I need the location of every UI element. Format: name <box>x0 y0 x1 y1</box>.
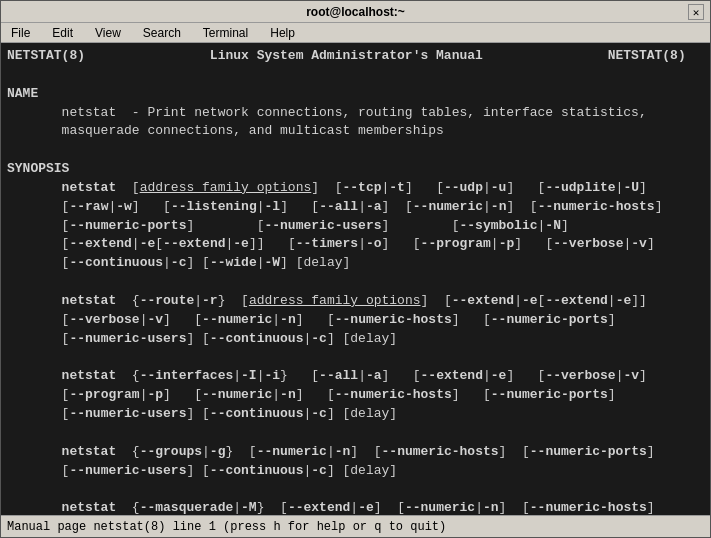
menu-edit[interactable]: Edit <box>46 25 79 41</box>
terminal-body[interactable]: NETSTAT(8) Linux System Administrator's … <box>1 43 710 515</box>
window-title: root@localhost:~ <box>306 5 405 19</box>
status-text: Manual page netstat(8) line 1 (press h f… <box>7 520 446 534</box>
title-bar: root@localhost:~ ✕ <box>1 1 710 23</box>
close-button[interactable]: ✕ <box>688 4 704 20</box>
menu-bar: File Edit View Search Terminal Help <box>1 23 710 43</box>
menu-search[interactable]: Search <box>137 25 187 41</box>
menu-help[interactable]: Help <box>264 25 301 41</box>
menu-terminal[interactable]: Terminal <box>197 25 254 41</box>
status-bar: Manual page netstat(8) line 1 (press h f… <box>1 515 710 537</box>
terminal-window: root@localhost:~ ✕ File Edit View Search… <box>0 0 711 538</box>
menu-file[interactable]: File <box>5 25 36 41</box>
menu-view[interactable]: View <box>89 25 127 41</box>
terminal-content: NETSTAT(8) Linux System Administrator's … <box>7 47 704 515</box>
